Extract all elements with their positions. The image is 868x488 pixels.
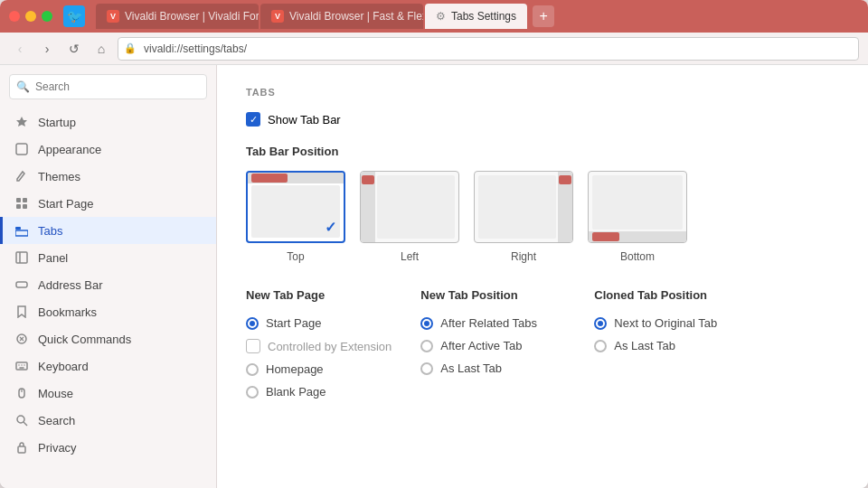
options-columns: New Tab Page Start Page Controlled by Ex…: [246, 288, 839, 399]
right-tab-indicator: [559, 175, 571, 184]
sidebar-panel-label: Panel: [38, 251, 68, 265]
new-tab-extension-row: Controlled by Extension: [246, 339, 392, 353]
new-tab-homepage-row[interactable]: Homepage: [246, 362, 392, 376]
browser-tab-3[interactable]: ⚙ Tabs Settings: [425, 4, 527, 29]
svg-rect-11: [16, 362, 27, 370]
settings-content: TABS ✓ Show Tab Bar Tab Bar Position: [217, 65, 868, 488]
show-tab-bar-label: Show Tab Bar: [268, 113, 341, 127]
svg-line-19: [24, 422, 27, 426]
sidebar-address-bar-label: Address Bar: [38, 278, 103, 292]
show-tab-bar-checkbox[interactable]: ✓: [246, 112, 260, 127]
new-tab-homepage-label: Homepage: [266, 362, 324, 376]
svg-rect-7: [16, 252, 27, 263]
position-top-label: Top: [287, 250, 304, 263]
position-right[interactable]: Right: [474, 171, 573, 263]
cloned-as-last-tab-radio[interactable]: [594, 340, 607, 352]
position-left-preview: [360, 171, 459, 243]
section-title: TABS: [246, 87, 839, 98]
next-to-original-row[interactable]: Next to Original Tab: [594, 316, 739, 330]
search-input[interactable]: [9, 74, 207, 99]
browser-tab-1[interactable]: V Vivaldi Browser | Vivaldi Foru...: [96, 4, 259, 29]
back-button[interactable]: ‹: [9, 38, 31, 60]
new-tab-start-page-radio[interactable]: [246, 317, 259, 330]
sidebar-item-appearance[interactable]: Appearance: [0, 136, 216, 163]
cloned-as-last-tab-row[interactable]: As Last Tab: [594, 339, 739, 352]
new-tab-blank-row[interactable]: Blank Page: [246, 385, 392, 399]
new-tab-blank-radio[interactable]: [246, 386, 259, 399]
sidebar-item-tabs[interactable]: Tabs: [0, 217, 216, 244]
sidebar-item-themes[interactable]: Themes: [0, 163, 216, 190]
sidebar-item-address-bar[interactable]: Address Bar: [0, 271, 216, 298]
themes-icon: [14, 169, 29, 183]
svg-rect-2: [23, 198, 27, 202]
new-tab-position-title: New Tab Position: [420, 288, 565, 302]
sidebar-privacy-label: Privacy: [38, 441, 77, 455]
new-tab-start-page-row[interactable]: Start Page: [246, 316, 392, 330]
startup-icon: [14, 115, 29, 129]
after-active-tab-label: After Active Tab: [440, 339, 522, 352]
vivaldi-tab-icon-2: V: [271, 10, 284, 23]
close-button[interactable]: [9, 11, 20, 22]
position-left[interactable]: Left: [360, 171, 459, 263]
browser-tab-2[interactable]: V Vivaldi Browser | Fast & Flexi...: [260, 4, 423, 29]
privacy-icon: [14, 440, 29, 455]
address-lock-icon: 🔒: [124, 42, 137, 54]
new-tab-button[interactable]: +: [533, 5, 554, 27]
forward-button[interactable]: ›: [36, 38, 58, 60]
sidebar-start-page-label: Start Page: [38, 197, 93, 211]
minimize-button[interactable]: [25, 11, 36, 22]
bottom-tab-bar: [589, 231, 686, 242]
next-to-original-radio[interactable]: [594, 317, 607, 330]
keyboard-icon: [14, 359, 29, 373]
sidebar-item-startup[interactable]: Startup: [0, 108, 216, 136]
tabs-container: V Vivaldi Browser | Vivaldi Foru... V Vi…: [96, 4, 859, 29]
svg-rect-6: [15, 230, 28, 236]
sidebar-item-panel[interactable]: Panel: [0, 244, 216, 271]
svg-rect-20: [18, 446, 25, 453]
sidebar-item-privacy[interactable]: Privacy: [0, 434, 216, 461]
left-tab-bar: [361, 172, 375, 242]
traffic-lights: [9, 11, 52, 22]
position-bottom[interactable]: Bottom: [588, 171, 687, 263]
reload-button[interactable]: ↺: [63, 38, 85, 60]
sidebar-item-bookmarks[interactable]: Bookmarks: [0, 298, 216, 325]
new-tab-start-page-label: Start Page: [266, 316, 321, 330]
cloned-tab-position-title: Cloned Tab Position: [594, 288, 739, 302]
after-related-tabs-row[interactable]: After Related Tabs: [420, 316, 565, 330]
position-top[interactable]: Top: [246, 171, 345, 263]
panel-icon: [14, 250, 29, 265]
sidebar-item-start-page[interactable]: Start Page: [0, 190, 216, 217]
sidebar: 🔍 Startup Appearance Themes Start Page: [0, 65, 217, 488]
vivaldi-tab-icon: V: [107, 10, 119, 23]
new-tab-blank-label: Blank Page: [266, 385, 326, 399]
after-active-tab-radio[interactable]: [420, 340, 433, 352]
right-tab-bar: [558, 172, 572, 242]
sidebar-startup-label: Startup: [38, 116, 76, 129]
tab-1-label: Vivaldi Browser | Vivaldi Foru...: [125, 10, 259, 23]
sidebar-item-mouse[interactable]: Mouse: [0, 380, 216, 407]
new-tab-homepage-radio[interactable]: [246, 363, 259, 376]
home-button[interactable]: ⌂: [90, 38, 112, 60]
sidebar-item-keyboard[interactable]: Keyboard: [0, 352, 216, 380]
address-bar[interactable]: 🔒 vivaldi://settings/tabs/: [118, 37, 859, 61]
maximize-button[interactable]: [42, 11, 52, 22]
as-last-tab-radio[interactable]: [420, 362, 433, 375]
after-related-tabs-radio[interactable]: [420, 317, 433, 330]
after-active-tab-row[interactable]: After Active Tab: [420, 339, 565, 352]
sidebar-bookmarks-label: Bookmarks: [38, 305, 97, 319]
new-tab-extension-checkbox[interactable]: [246, 339, 260, 353]
tabs-icon: [14, 223, 29, 238]
sidebar-item-quick-commands[interactable]: Quick Commands: [0, 325, 216, 352]
position-top-preview: [246, 171, 345, 243]
nav-bar: ‹ › ↺ ⌂ 🔒 vivaldi://settings/tabs/: [0, 33, 868, 65]
top-tab-bar: [248, 173, 344, 183]
svg-point-18: [17, 416, 24, 423]
sidebar-item-search[interactable]: Search: [0, 407, 216, 434]
position-right-label: Right: [511, 250, 536, 263]
position-bottom-preview: [588, 171, 687, 243]
sidebar-search-label: Search: [38, 414, 75, 427]
right-content-area: [478, 175, 556, 239]
as-last-tab-row[interactable]: As Last Tab: [420, 361, 565, 375]
svg-rect-4: [23, 204, 27, 209]
position-bottom-label: Bottom: [620, 250, 655, 263]
